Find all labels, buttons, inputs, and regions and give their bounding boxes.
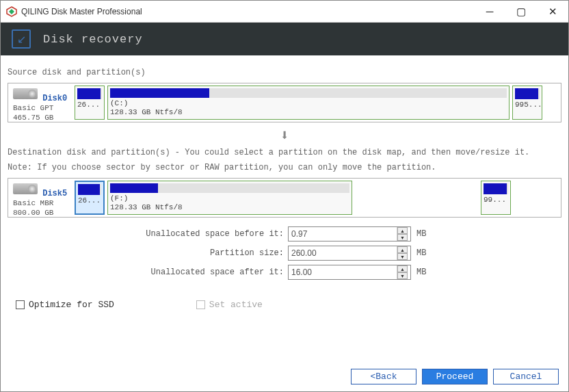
- arrow-down-icon: ⬇: [8, 127, 561, 145]
- dest-label-2: Note: If you choose sector by sector or …: [8, 163, 561, 172]
- dest-partition-2[interactable]: 99...: [481, 181, 511, 215]
- stepper-icon[interactable]: ▲▼: [397, 246, 408, 260]
- dest-disk-info: Disk5 Basic MBR 800.00 GB: [10, 181, 72, 215]
- proceed-button[interactable]: Proceed: [422, 369, 488, 384]
- source-partition-2[interactable]: 995...: [512, 86, 542, 120]
- unalloc-before-input[interactable]: 0.97 ▲▼: [288, 226, 411, 241]
- maximize-button[interactable]: ▢: [505, 1, 537, 22]
- recovery-icon: ↙: [12, 29, 31, 49]
- dest-partition-1[interactable]: (F:) 128.33 GB Ntfs/8: [107, 181, 352, 215]
- unalloc-after-label: Unallocated space after it:: [8, 267, 288, 277]
- close-button[interactable]: ✕: [537, 1, 568, 22]
- stepper-icon[interactable]: ▲▼: [397, 227, 408, 241]
- dest-disk-name: Disk5: [42, 189, 67, 198]
- window-title: QILING Disk Master Professional: [21, 7, 474, 16]
- app-logo-icon: [6, 6, 17, 17]
- source-disk-size: 465.75 GB: [13, 114, 53, 122]
- partition-size-input[interactable]: 260.00 ▲▼: [288, 246, 411, 261]
- disk-icon: [13, 183, 38, 194]
- source-partition-0[interactable]: 26...: [75, 86, 105, 120]
- source-disk-name: Disk0: [42, 94, 67, 103]
- source-disk-box: Disk0 Basic GPT 465.75 GB 26... (C:) 128…: [8, 83, 561, 122]
- titlebar: QILING Disk Master Professional ─ ▢ ✕: [1, 1, 568, 23]
- partition-size-label: Partition size:: [8, 248, 288, 258]
- optimize-ssd-checkbox[interactable]: Optimize for SSD: [16, 300, 114, 310]
- dest-gap: [355, 181, 478, 215]
- dest-partition-0[interactable]: 26...: [75, 181, 105, 215]
- source-label: Source disk and partition(s): [8, 68, 561, 77]
- source-disk-type: Basic GPT: [13, 104, 53, 112]
- minimize-button[interactable]: ─: [474, 1, 505, 22]
- page-header: ↙ Disk recovery: [1, 23, 568, 55]
- resize-form: Unallocated space before it: 0.97 ▲▼ MB …: [8, 226, 561, 280]
- dest-disk-box: Disk5 Basic MBR 800.00 GB 26... (F:) 128…: [8, 178, 561, 218]
- dest-disk-size: 800.00 GB: [13, 209, 53, 217]
- source-partition-1[interactable]: (C:) 128.33 GB Ntfs/8: [107, 86, 510, 120]
- unalloc-before-label: Unallocated space before it:: [8, 229, 288, 239]
- dest-label-1: Destination disk and partition(s) - You …: [8, 148, 561, 157]
- source-disk-info: Disk0 Basic GPT 465.75 GB: [10, 86, 72, 120]
- back-button[interactable]: <Back: [351, 369, 416, 384]
- stepper-icon[interactable]: ▲▼: [397, 265, 408, 279]
- footer-buttons: <Back Proceed Cancel: [351, 369, 559, 384]
- dest-disk-type: Basic MBR: [13, 199, 53, 207]
- page-title: Disk recovery: [43, 33, 143, 46]
- disk-icon: [13, 88, 38, 99]
- unalloc-after-input[interactable]: 16.00 ▲▼: [288, 265, 411, 280]
- svg-marker-1: [9, 9, 14, 14]
- set-active-checkbox: Set active: [196, 300, 263, 310]
- cancel-button[interactable]: Cancel: [493, 369, 559, 384]
